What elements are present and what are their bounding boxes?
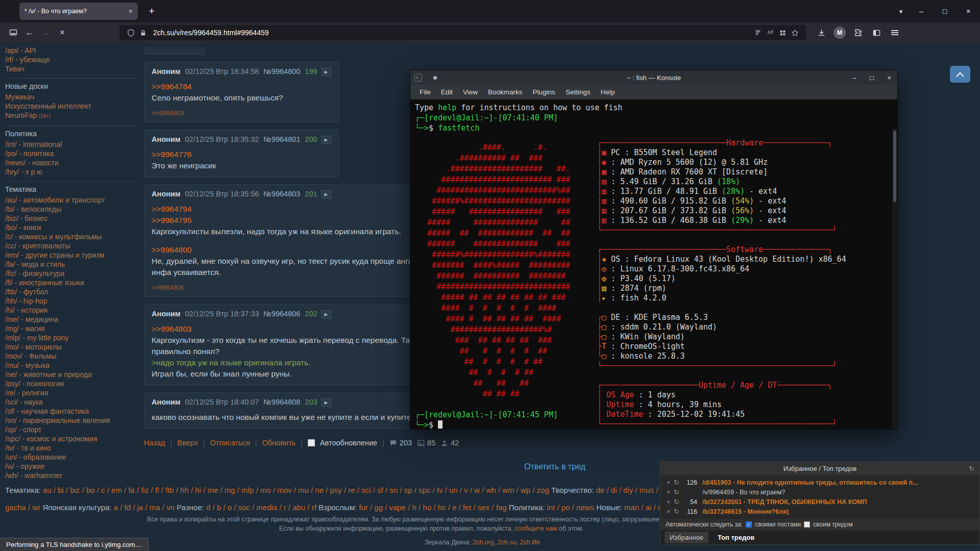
list-tabs-chevron-icon[interactable]: ▾ [892, 8, 910, 15]
thread-up-link[interactable]: Вверх [177, 439, 198, 447]
refresh-favorite-icon[interactable]: ↻ [672, 488, 681, 496]
sidebar-board-link[interactable]: /news/ - новости [5, 159, 59, 167]
footer-board-links[interactable]: d / b / o / soc / media / r / abu / rf [206, 503, 318, 512]
follow-own-posts-checkbox[interactable]: ✓ [746, 521, 752, 528]
favorite-thread-link[interactable]: /d/451903 - Не плодите однотипные треды,… [702, 479, 918, 486]
tab-close-icon[interactable]: × [129, 7, 133, 15]
footer-board-links[interactable]: a / fd / ja / ma / vn [114, 503, 177, 512]
sidebar-board-link[interactable]: /sn/ - паранормальные явления [5, 416, 110, 424]
remove-favorite-icon[interactable]: × [665, 508, 672, 515]
post-expand-button[interactable]: ▶ [322, 190, 331, 198]
menu-item-bookmarks[interactable]: Bookmarks [483, 87, 528, 97]
sidebar-board-link[interactable]: /spc/ - космос и астрономия [5, 435, 97, 443]
profile-avatar[interactable]: M [831, 25, 848, 40]
sidebar-board-link[interactable]: Тивач [5, 65, 24, 73]
post-ordinal-link[interactable]: 199 [305, 67, 317, 76]
sidebar-board-link[interactable]: /ne/ - животные и природа [5, 370, 92, 379]
menu-item-file[interactable]: File [414, 87, 436, 97]
tab-favorites[interactable]: Избранное [665, 532, 708, 543]
sidebar-board-link[interactable]: /fa/ - мода и стиль [5, 260, 65, 268]
sidebar-board-link[interactable]: /re/ - религия [5, 389, 48, 397]
menu-item-help[interactable]: Help [596, 87, 620, 97]
refresh-favorite-icon[interactable]: ↻ [672, 498, 681, 506]
terminal-close-button[interactable]: × [885, 74, 893, 82]
remove-favorite-icon[interactable]: × [665, 488, 672, 496]
refresh-favorite-icon[interactable]: ↻ [672, 479, 681, 486]
post-expand-button[interactable]: ▶ [322, 68, 331, 76]
post-reply-link[interactable]: >>9964794 [152, 205, 191, 213]
sidebar-board-link[interactable]: /hry/ - х р ю [5, 168, 42, 176]
back-button[interactable]: ← [21, 25, 38, 40]
sidebar-board-link[interactable]: /po/ - политика [5, 149, 54, 158]
favorite-thread-link[interactable]: /b/327246615 - Мнение?6ля) [702, 508, 789, 515]
mirror-links[interactable]: 2ch.org, 2ch.su, 2ch.life [473, 539, 540, 546]
sidebar-board-link[interactable]: /em/ - другие страны и туризм [5, 251, 105, 259]
firefox-view-icon[interactable] [5, 25, 21, 40]
sidebar-board-link[interactable]: /mg/ - магия [5, 324, 45, 333]
post-number-link[interactable]: №9964801 [263, 135, 300, 143]
thread-back-link[interactable]: Назад [144, 439, 165, 447]
menu-item-plugins[interactable]: Plugins [528, 87, 560, 97]
sidebar-board-link[interactable]: /me/ - медицина [5, 315, 58, 323]
post-number-link[interactable]: №9964803 [263, 190, 300, 198]
post-reply-link[interactable]: >>9964784 [152, 82, 191, 91]
sidebar-board-link[interactable]: /w/ - оружие [5, 462, 45, 470]
terminal-titlebar[interactable]: >_ ~ : fish — Konsole – □ × [410, 70, 897, 85]
stop-loading-button[interactable]: × [54, 25, 70, 40]
window-minimize-button[interactable]: – [910, 0, 933, 22]
scrollbar-thumb[interactable] [893, 131, 896, 202]
sidebar-board-link[interactable]: /hi/ - история [5, 306, 47, 314]
post-expand-button[interactable]: ▶ [322, 136, 331, 144]
sidebar-board-link[interactable]: /int/ - international [5, 140, 62, 148]
post-reply-link[interactable]: >>9964803 [152, 324, 191, 333]
footer-board-links[interactable]: int / po / news [547, 503, 597, 512]
menu-item-settings[interactable]: Settings [560, 87, 596, 97]
url-bar[interactable]: 2ch.su/v/res/9964459.html#9964459 A [119, 25, 806, 40]
sidebar-board-link[interactable]: /sp/ - спорт [5, 425, 41, 434]
lock-icon[interactable] [137, 27, 149, 39]
post-reply-link[interactable]: >>9964795 [152, 216, 191, 224]
bookmark-star-icon[interactable] [789, 27, 801, 39]
sidebar-board-link[interactable]: /api/ - API [5, 46, 36, 55]
sidebar-board-link[interactable]: /un/ - образование [5, 453, 66, 461]
post-reply-link[interactable]: >>9964800 [152, 245, 191, 254]
konsole-window[interactable]: >_ ~ : fish — Konsole – □ × FileEditView… [410, 70, 898, 430]
tab-top-threads[interactable]: Топ тредов [713, 532, 760, 543]
new-tab-button[interactable]: + [144, 4, 159, 19]
sidebar-board-link[interactable]: /c/ - комиксы и мультфильмы [5, 233, 102, 241]
footer-board-links[interactable]: fur / gg / vape / h / ho / hc / e / fet … [359, 503, 509, 512]
downloads-icon[interactable] [813, 25, 829, 40]
window-close-button[interactable]: × [957, 0, 980, 22]
sidebar-board-link[interactable]: /tv/ - тв и кино [5, 444, 51, 452]
menu-hamburger-icon[interactable] [887, 25, 903, 40]
sidebar-board-link[interactable]: Мужикач [5, 93, 34, 101]
sidebar-board-link[interactable]: /bo/ - книги [5, 223, 41, 232]
sidebar-board-link[interactable]: /fl/ - иностранные языки [5, 279, 84, 287]
sidebar-board-link[interactable]: /mov/ - Фильмы [5, 352, 56, 360]
footer-board-links[interactable]: gacha / wr [5, 503, 42, 512]
post-number-link[interactable]: №9964806 [263, 310, 300, 318]
reader-view-icon[interactable] [752, 27, 764, 39]
sidebar-board-link[interactable]: /bi/ - велосипеды [5, 205, 61, 213]
thread-unsubscribe-link[interactable]: Отписаться [210, 439, 250, 447]
sidebar-board-link[interactable]: /cc/ - криптовалюты [5, 242, 70, 250]
refresh-favorite-icon[interactable]: ↻ [672, 508, 681, 515]
terminal-screen[interactable]: Type help for instructions on how to use… [410, 99, 897, 429]
refresh-all-icon[interactable]: ↻ [969, 465, 974, 472]
remove-favorite-icon[interactable]: × [665, 498, 672, 506]
reply-to-thread-link[interactable]: Ответить в тред [524, 462, 585, 471]
sidebar-board-link[interactable]: NeuroFap(18+) [5, 111, 51, 119]
terminal-maximize-button[interactable]: □ [868, 74, 876, 82]
window-maximize-button[interactable]: □ [933, 0, 957, 22]
post-ordinal-link[interactable]: 202 [305, 310, 317, 318]
post-ordinal-link[interactable]: 201 [305, 190, 317, 198]
sidebar-board-link[interactable]: /mu/ - музыка [5, 361, 50, 369]
sidebar-board-link[interactable]: /hh/ - hip-hop [5, 297, 47, 305]
sidebar-board-link[interactable]: /au/ - автомобили и транспорт [5, 196, 105, 204]
terminal-scrollbar[interactable] [892, 129, 897, 429]
post-number-link[interactable]: №9964808 [263, 398, 300, 406]
favorite-thread-link[interactable]: /b/327243551 - ТРЕД ТЯНОК, ОБИЖЕННЫХ НА … [702, 498, 867, 506]
post-ordinal-link[interactable]: 203 [305, 398, 317, 406]
post-expand-button[interactable]: ▶ [322, 310, 331, 318]
terminal-minimize-button[interactable]: – [850, 74, 859, 82]
